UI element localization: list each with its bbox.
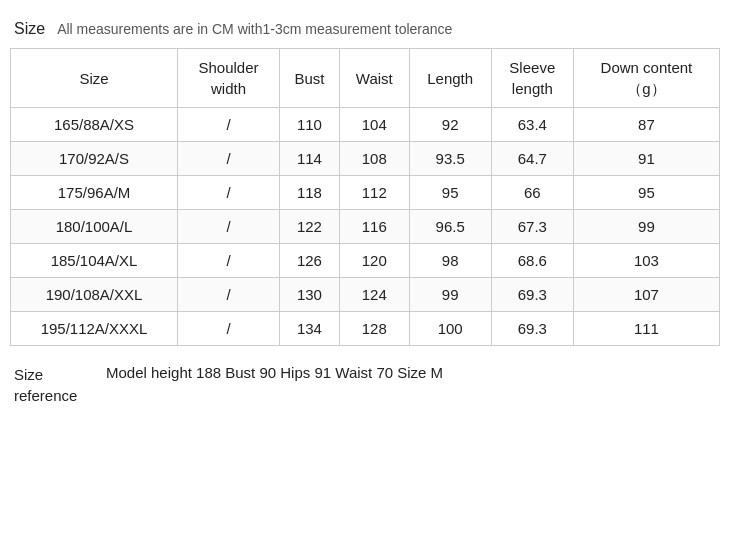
cell-shoulder_width: / bbox=[178, 176, 280, 210]
size-note: All measurements are in CM with1-3cm mea… bbox=[57, 21, 452, 37]
cell-sleeve_length: 63.4 bbox=[491, 108, 573, 142]
cell-shoulder_width: / bbox=[178, 210, 280, 244]
cell-down_content: 95 bbox=[573, 176, 719, 210]
table-row: 180/100A/L/12211696.567.399 bbox=[11, 210, 720, 244]
col-size: Size bbox=[11, 49, 178, 108]
cell-size: 175/96A/M bbox=[11, 176, 178, 210]
table-row: 175/96A/M/118112956695 bbox=[11, 176, 720, 210]
cell-length: 96.5 bbox=[409, 210, 491, 244]
size-label: Size bbox=[14, 20, 45, 38]
cell-waist: 112 bbox=[339, 176, 409, 210]
cell-bust: 118 bbox=[279, 176, 339, 210]
table-row: 195/112A/XXXL/13412810069.3111 bbox=[11, 312, 720, 346]
cell-down_content: 103 bbox=[573, 244, 719, 278]
cell-size: 180/100A/L bbox=[11, 210, 178, 244]
reference-value: Model height 188 Bust 90 Hips 91 Waist 7… bbox=[106, 364, 443, 381]
cell-down_content: 107 bbox=[573, 278, 719, 312]
cell-bust: 130 bbox=[279, 278, 339, 312]
cell-waist: 116 bbox=[339, 210, 409, 244]
table-row: 190/108A/XXL/1301249969.3107 bbox=[11, 278, 720, 312]
cell-size: 190/108A/XXL bbox=[11, 278, 178, 312]
table-row: 185/104A/XL/1261209868.6103 bbox=[11, 244, 720, 278]
cell-length: 100 bbox=[409, 312, 491, 346]
cell-length: 92 bbox=[409, 108, 491, 142]
cell-bust: 122 bbox=[279, 210, 339, 244]
cell-waist: 108 bbox=[339, 142, 409, 176]
cell-down_content: 111 bbox=[573, 312, 719, 346]
table-row: 165/88A/XS/1101049263.487 bbox=[11, 108, 720, 142]
cell-shoulder_width: / bbox=[178, 312, 280, 346]
cell-sleeve_length: 66 bbox=[491, 176, 573, 210]
cell-shoulder_width: / bbox=[178, 108, 280, 142]
reference-label: Size reference bbox=[14, 364, 94, 406]
cell-sleeve_length: 69.3 bbox=[491, 278, 573, 312]
size-header: Size All measurements are in CM with1-3c… bbox=[10, 20, 720, 38]
size-table: Size Shoulderwidth Bust Waist Length Sle… bbox=[10, 48, 720, 346]
col-down-content: Down content（g） bbox=[573, 49, 719, 108]
table-header-row: Size Shoulderwidth Bust Waist Length Sle… bbox=[11, 49, 720, 108]
cell-waist: 128 bbox=[339, 312, 409, 346]
cell-bust: 110 bbox=[279, 108, 339, 142]
cell-shoulder_width: / bbox=[178, 244, 280, 278]
cell-length: 93.5 bbox=[409, 142, 491, 176]
cell-length: 95 bbox=[409, 176, 491, 210]
size-reference: Size reference Model height 188 Bust 90 … bbox=[10, 356, 720, 414]
cell-down_content: 99 bbox=[573, 210, 719, 244]
cell-sleeve_length: 68.6 bbox=[491, 244, 573, 278]
cell-size: 165/88A/XS bbox=[11, 108, 178, 142]
cell-sleeve_length: 69.3 bbox=[491, 312, 573, 346]
col-sleeve-length: Sleevelength bbox=[491, 49, 573, 108]
cell-sleeve_length: 64.7 bbox=[491, 142, 573, 176]
col-bust: Bust bbox=[279, 49, 339, 108]
cell-waist: 104 bbox=[339, 108, 409, 142]
table-row: 170/92A/S/11410893.564.791 bbox=[11, 142, 720, 176]
cell-bust: 114 bbox=[279, 142, 339, 176]
cell-size: 185/104A/XL bbox=[11, 244, 178, 278]
cell-length: 99 bbox=[409, 278, 491, 312]
cell-down_content: 87 bbox=[573, 108, 719, 142]
cell-bust: 126 bbox=[279, 244, 339, 278]
cell-waist: 124 bbox=[339, 278, 409, 312]
cell-shoulder_width: / bbox=[178, 278, 280, 312]
cell-shoulder_width: / bbox=[178, 142, 280, 176]
cell-bust: 134 bbox=[279, 312, 339, 346]
col-length: Length bbox=[409, 49, 491, 108]
col-shoulder-width: Shoulderwidth bbox=[178, 49, 280, 108]
cell-waist: 120 bbox=[339, 244, 409, 278]
cell-length: 98 bbox=[409, 244, 491, 278]
cell-sleeve_length: 67.3 bbox=[491, 210, 573, 244]
cell-size: 170/92A/S bbox=[11, 142, 178, 176]
col-waist: Waist bbox=[339, 49, 409, 108]
cell-size: 195/112A/XXXL bbox=[11, 312, 178, 346]
cell-down_content: 91 bbox=[573, 142, 719, 176]
